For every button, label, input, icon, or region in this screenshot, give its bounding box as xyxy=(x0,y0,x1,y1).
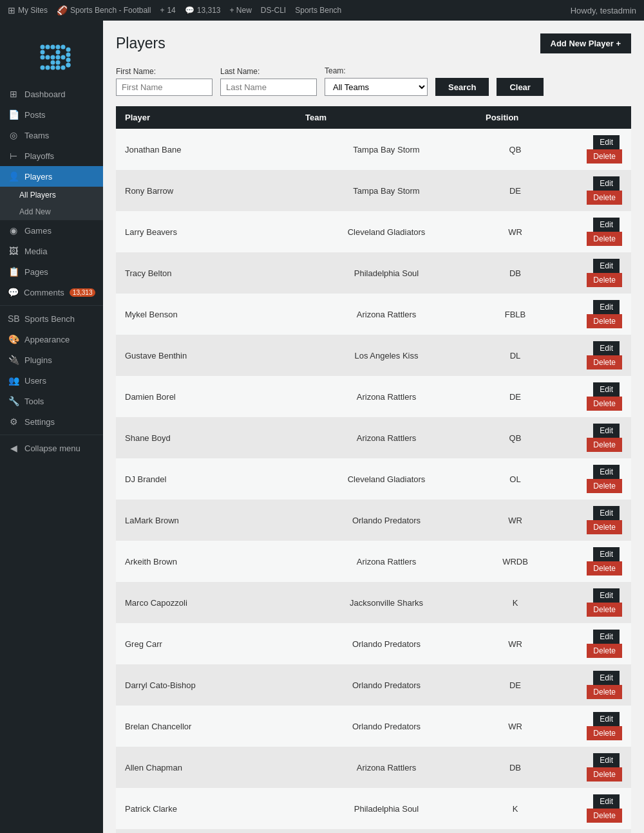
add-new-player-button[interactable]: Add New Player + xyxy=(540,33,631,53)
delete-player-button[interactable]: Delete xyxy=(587,809,622,823)
adminbar-new[interactable]: + New xyxy=(230,6,252,15)
edit-player-button[interactable]: Edit xyxy=(593,794,620,809)
edit-player-button[interactable]: Edit xyxy=(593,135,620,149)
player-actions: EditDelete xyxy=(554,294,631,335)
svg-point-2 xyxy=(51,45,55,50)
clear-button[interactable]: Clear xyxy=(497,78,544,96)
delete-player-button[interactable]: Delete xyxy=(587,149,622,164)
sidebar-item-media[interactable]: 🖼 Media xyxy=(0,241,103,261)
adminbar-sportsbench-label: Sports Bench xyxy=(295,6,341,15)
edit-player-button[interactable]: Edit xyxy=(593,671,620,685)
sidebar-item-posts[interactable]: 📄 Posts xyxy=(0,104,103,125)
sidebar-item-appearance[interactable]: 🎨 Appearance xyxy=(0,329,103,350)
adminbar-new-label: + New xyxy=(230,6,252,15)
sidebar-item-players-label: Players xyxy=(24,172,52,182)
edit-player-button[interactable]: Edit xyxy=(593,547,620,561)
edit-player-button[interactable]: Edit xyxy=(593,424,620,438)
sidebar-item-dashboard-label: Dashboard xyxy=(24,89,66,99)
adminbar-comments[interactable]: 💬 13,313 xyxy=(185,6,221,15)
sidebar-item-all-players[interactable]: All Players xyxy=(0,187,103,203)
svg-point-23 xyxy=(66,63,71,68)
sidebar-item-sports-bench[interactable]: SB Sports Bench xyxy=(0,308,103,329)
edit-player-button[interactable]: Edit xyxy=(593,630,620,644)
player-team: Orlando Predators xyxy=(296,706,477,747)
edit-player-button[interactable]: Edit xyxy=(593,218,620,232)
sidebar-item-teams[interactable]: ◎ Teams xyxy=(0,125,103,145)
player-name: Damien Borel xyxy=(116,376,296,417)
delete-player-button[interactable]: Delete xyxy=(587,355,622,370)
edit-player-button[interactable]: Edit xyxy=(593,382,620,397)
delete-player-button[interactable]: Delete xyxy=(587,273,622,287)
edit-player-button[interactable]: Edit xyxy=(593,176,620,191)
page-title: Players xyxy=(116,35,166,52)
sidebar-item-add-new-player[interactable]: Add New xyxy=(0,203,103,220)
sidebar-item-players[interactable]: 👤 Players xyxy=(0,166,103,187)
adminbar-mysites[interactable]: ⊞ My Sites xyxy=(8,5,48,15)
delete-player-button[interactable]: Delete xyxy=(587,767,622,782)
edit-player-button[interactable]: Edit xyxy=(593,753,620,767)
sidebar-item-tools-label: Tools xyxy=(24,397,44,406)
sidebar-item-users-label: Users xyxy=(24,376,46,386)
edit-player-button[interactable]: Edit xyxy=(593,341,620,355)
first-name-input[interactable] xyxy=(116,79,213,96)
player-actions: EditDelete xyxy=(554,170,631,211)
team-select[interactable]: All Teams xyxy=(325,78,428,96)
player-position: DL xyxy=(477,335,554,376)
player-name: Richard Clebert xyxy=(116,829,296,833)
delete-player-button[interactable]: Delete xyxy=(587,685,622,699)
edit-player-button[interactable]: Edit xyxy=(593,259,620,273)
delete-player-button[interactable]: Delete xyxy=(587,726,622,740)
edit-player-button[interactable]: Edit xyxy=(593,712,620,726)
delete-player-button[interactable]: Delete xyxy=(587,603,622,617)
admin-bar: ⊞ My Sites 🏈 Sports Bench - Football + 1… xyxy=(0,0,644,21)
sidebar-item-settings[interactable]: ⚙ Settings xyxy=(0,411,103,432)
search-button[interactable]: Search xyxy=(435,78,489,96)
sidebar-item-playoffs[interactable]: ⊢ Playoffs xyxy=(0,145,103,166)
table-row: Shane BoydArizona RattlersQBEditDelete xyxy=(116,417,631,458)
delete-player-button[interactable]: Delete xyxy=(587,561,622,576)
delete-player-button[interactable]: Delete xyxy=(587,232,622,246)
sidebar-item-comments[interactable]: 💬 Comments 13,313 xyxy=(0,282,103,303)
delete-player-button[interactable]: Delete xyxy=(587,479,622,493)
player-position: WR xyxy=(477,706,554,747)
sidebar-item-games[interactable]: ◉ Games xyxy=(0,220,103,241)
last-name-input[interactable] xyxy=(220,79,317,96)
edit-player-button[interactable]: Edit xyxy=(593,465,620,479)
delete-player-button[interactable]: Delete xyxy=(587,644,622,658)
plugins-icon: 🔌 xyxy=(8,355,19,365)
edit-player-button[interactable]: Edit xyxy=(593,300,620,314)
sidebar-item-playoffs-label: Playoffs xyxy=(24,151,54,161)
sidebar-item-tools[interactable]: 🔧 Tools xyxy=(0,391,103,411)
adminbar-sportsbench[interactable]: Sports Bench xyxy=(295,6,341,15)
col-header-actions xyxy=(554,106,631,129)
sidebar-item-plugins[interactable]: 🔌 Plugins xyxy=(0,350,103,370)
svg-point-13 xyxy=(66,48,71,52)
edit-player-button[interactable]: Edit xyxy=(593,588,620,603)
player-team: Orlando Predators xyxy=(296,500,477,541)
player-position: FBLB xyxy=(477,294,554,335)
delete-player-button[interactable]: Delete xyxy=(587,397,622,411)
delete-player-button[interactable]: Delete xyxy=(587,314,622,328)
delete-player-button[interactable]: Delete xyxy=(587,191,622,205)
sidebar-item-pages[interactable]: 📋 Pages xyxy=(0,261,103,282)
player-name: Tracy Belton xyxy=(116,252,296,294)
svg-point-0 xyxy=(41,45,45,50)
sidebar-item-users[interactable]: 👥 Users xyxy=(0,370,103,391)
player-actions: EditDelete xyxy=(554,211,631,252)
table-row: Richard ClebertPhiladelphia SoulOLDLEdit… xyxy=(116,829,631,833)
sidebar-item-dashboard[interactable]: ⊞ Dashboard xyxy=(0,84,103,104)
player-actions: EditDelete xyxy=(554,582,631,623)
adminbar-site[interactable]: 🏈 Sports Bench - Football xyxy=(57,5,151,15)
delete-player-button[interactable]: Delete xyxy=(587,520,622,534)
svg-point-16 xyxy=(56,55,61,60)
svg-point-10 xyxy=(51,66,55,70)
delete-player-button[interactable]: Delete xyxy=(587,438,622,452)
player-team: Arizona Rattlers xyxy=(296,294,477,335)
table-row: Patrick ClarkePhiladelphia SoulKEditDele… xyxy=(116,788,631,829)
player-team: Philadelphia Soul xyxy=(296,252,477,294)
sidebar-item-collapse[interactable]: ◀ Collapse menu xyxy=(0,438,103,458)
edit-player-button[interactable]: Edit xyxy=(593,506,620,520)
adminbar-dscli[interactable]: DS-CLI xyxy=(261,6,286,15)
adminbar-updates[interactable]: + 14 xyxy=(160,6,175,15)
table-row: Arkeith BrownArizona RattlersWRDBEditDel… xyxy=(116,541,631,582)
